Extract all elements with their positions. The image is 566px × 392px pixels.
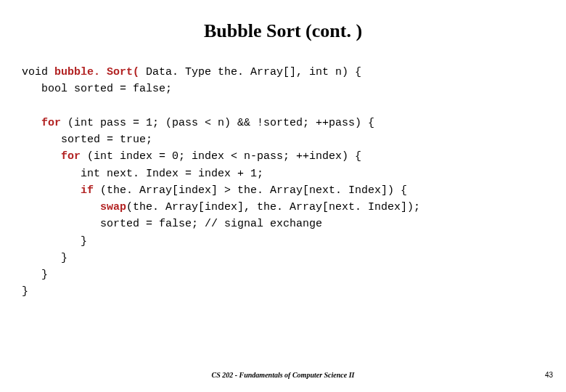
slide-container: Bubble Sort (cont. ) void bubble. Sort( …: [0, 0, 566, 392]
code-line-5: sorted = true;: [22, 134, 152, 146]
code-line-12: }: [22, 252, 67, 264]
code-line-10: sorted = false; // signal exchange: [22, 218, 322, 230]
code-fn-name: bubble. Sort(: [54, 66, 139, 78]
code-kw-if: if: [81, 184, 94, 197]
code-kw-for-1: for: [41, 117, 61, 129]
slide-page-number: 43: [545, 371, 553, 379]
code-line-1c: Data. Type the. Array[], int n) {: [139, 66, 361, 78]
slide-footer: CS 202 - Fundamentals of Computer Scienc…: [0, 371, 566, 379]
code-kw-swap: swap: [100, 201, 126, 213]
code-line-8c: (the. Array[index] > the. Array[next. In…: [94, 184, 407, 197]
slide-title: Bubble Sort (cont. ): [22, 20, 544, 42]
code-line-11: }: [22, 235, 87, 248]
code-line-13: }: [22, 269, 48, 281]
code-line-4a: [22, 117, 41, 129]
code-block: void bubble. Sort( Data. Type the. Array…: [22, 64, 544, 301]
code-line-2: bool sorted = false;: [22, 83, 172, 95]
code-kw-for-2: for: [61, 150, 81, 163]
code-line-6a: [22, 150, 61, 163]
code-line-8a: [22, 184, 81, 197]
code-line-7: int next. Index = index + 1;: [22, 168, 263, 180]
code-line-9a: [22, 201, 100, 213]
code-line-9c: (the. Array[index], the. Array[next. Ind…: [126, 201, 420, 213]
code-line-1a: void: [22, 66, 54, 78]
code-line-4c: (int pass = 1; (pass < n) && !sorted; ++…: [61, 117, 374, 129]
code-line-14: }: [22, 285, 28, 298]
code-line-6c: (int index = 0; index < n-pass; ++index)…: [81, 150, 361, 163]
